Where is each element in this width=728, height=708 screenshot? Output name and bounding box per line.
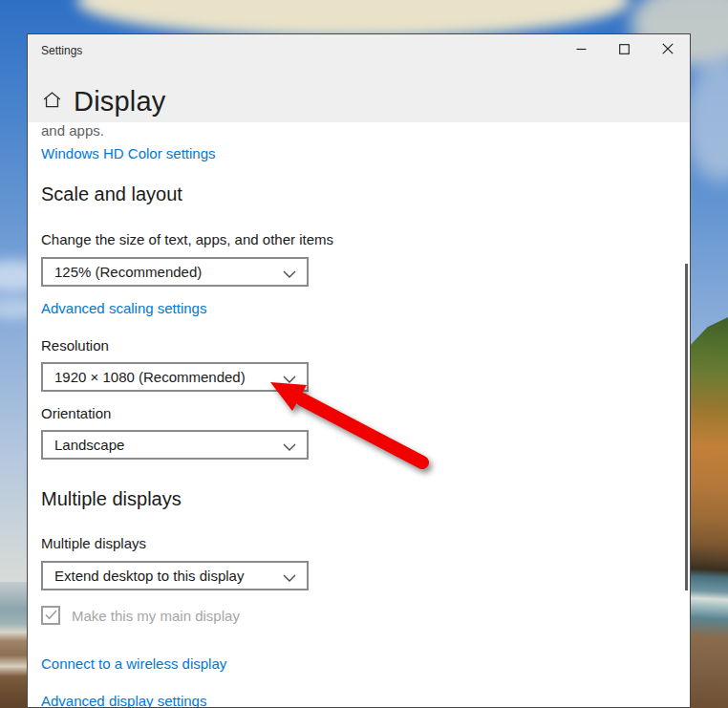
caption-buttons — [560, 34, 689, 65]
scrollbar-thumb[interactable] — [685, 264, 688, 590]
page-title: Display — [74, 88, 166, 116]
scale-dropdown[interactable]: 125% (Recommended) — [41, 257, 309, 287]
window-title: Settings — [41, 44, 82, 57]
main-display-checkbox-row: Make this my main display — [41, 606, 240, 625]
cloud — [76, 0, 631, 38]
advanced-display-settings-link[interactable]: Advanced display settings — [41, 693, 206, 708]
advanced-scaling-link[interactable]: Advanced scaling settings — [41, 300, 206, 316]
chevron-down-icon — [283, 265, 296, 282]
multiple-displays-dropdown[interactable]: Extend desktop to this display — [41, 561, 309, 590]
checkmark-icon — [45, 607, 57, 624]
multiple-displays-label: Multiple displays — [41, 535, 146, 551]
resolution-label: Resolution — [41, 337, 109, 354]
main-display-checkbox-label: Make this my main display — [72, 608, 240, 624]
resolution-dropdown[interactable]: 1920 × 1080 (Recommended) — [41, 362, 309, 392]
settings-window: Settings Disp — [27, 33, 691, 708]
orientation-dropdown[interactable]: Landscape — [41, 430, 309, 460]
multiple-displays-dropdown-value: Extend desktop to this display — [54, 568, 244, 584]
wireless-display-link[interactable]: Connect to a wireless display — [41, 655, 226, 672]
multiple-displays-heading: Multiple displays — [41, 488, 182, 510]
scale-layout-heading: Scale and layout — [41, 183, 182, 205]
scale-size-label: Change the size of text, apps, and other… — [41, 231, 333, 247]
maximize-button[interactable] — [603, 34, 646, 65]
chevron-down-icon — [283, 370, 296, 387]
orientation-label: Orientation — [41, 405, 111, 421]
minimize-icon — [576, 43, 587, 57]
chevron-down-icon — [283, 438, 296, 455]
clipped-description-text: and apps. — [41, 122, 104, 139]
desktop-cliff — [691, 317, 728, 708]
scale-dropdown-value: 125% (Recommended) — [54, 264, 202, 280]
close-icon — [662, 43, 674, 57]
page-header: Display — [42, 88, 166, 116]
chevron-down-icon — [283, 569, 296, 586]
resolution-dropdown-value: 1920 × 1080 (Recommended) — [54, 369, 246, 385]
main-display-checkbox[interactable] — [41, 606, 60, 625]
maximize-icon — [619, 43, 630, 57]
orientation-dropdown-value: Landscape — [54, 437, 124, 453]
close-button[interactable] — [646, 34, 689, 65]
minimize-button[interactable] — [560, 34, 603, 65]
home-icon[interactable] — [42, 90, 62, 114]
hd-color-settings-link[interactable]: Windows HD Color settings — [41, 145, 216, 161]
